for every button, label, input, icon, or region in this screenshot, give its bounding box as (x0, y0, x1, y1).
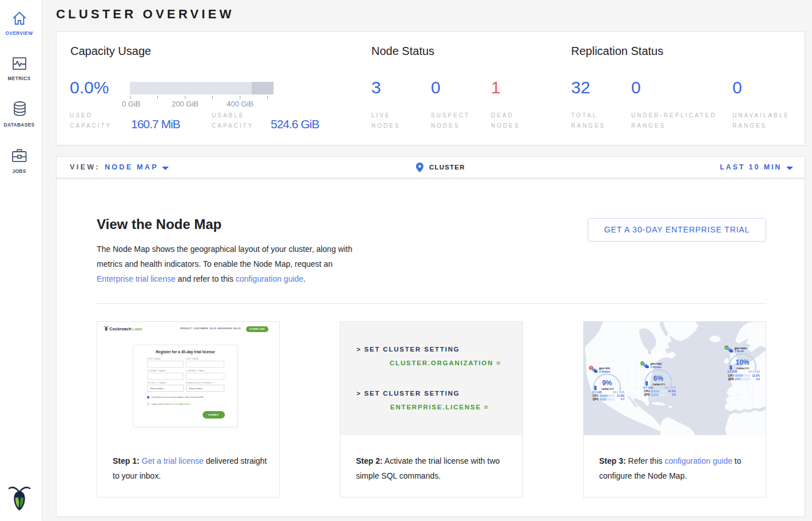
svg-text:CAPACITY: CAPACITY (601, 388, 614, 390)
svg-text:2 Nodes: 2 Nodes (599, 370, 611, 373)
svg-text:1 Node: 1 Node (735, 349, 744, 353)
svg-text:QPS: QPS (593, 398, 599, 401)
svg-text:QPS: QPS (728, 378, 734, 381)
svg-text:CPU: CPU (644, 390, 650, 393)
svg-text:42.5%: 42.5% (668, 390, 676, 393)
svg-text:3.7 GiB: 3.7 GiB (643, 386, 653, 389)
svg-text:QPS: QPS (644, 393, 650, 396)
svg-text:0.0: 0.0 (672, 393, 676, 396)
svg-text:34.4 GiB: 34.4 GiB (748, 370, 760, 373)
svg-text:11.0%: 11.0% (617, 394, 625, 397)
svg-text:CAPACITY: CAPACITY (736, 367, 750, 370)
svg-text:9%: 9% (602, 379, 612, 387)
svg-text:10%: 10% (735, 358, 749, 366)
svg-text:43.7 GiB: 43.7 GiB (664, 386, 676, 389)
svg-text:4.7: 4.7 (620, 398, 624, 401)
svg-text:35.1 GiB: 35.1 GiB (613, 390, 624, 394)
svg-text:CPU: CPU (728, 374, 734, 377)
svg-text:6%: 6% (653, 374, 664, 382)
svg-text:2 Nodes: 2 Nodes (651, 365, 662, 369)
svg-text:0.4: 0.4 (756, 378, 760, 381)
svg-text:3.6 GiB: 3.6 GiB (727, 370, 738, 373)
svg-text:CAPACITY: CAPACITY (652, 383, 666, 386)
svg-text:3.2 GiB: 3.2 GiB (592, 390, 602, 394)
svg-text:CPU: CPU (593, 394, 599, 397)
svg-text:13.3%: 13.3% (752, 374, 760, 377)
